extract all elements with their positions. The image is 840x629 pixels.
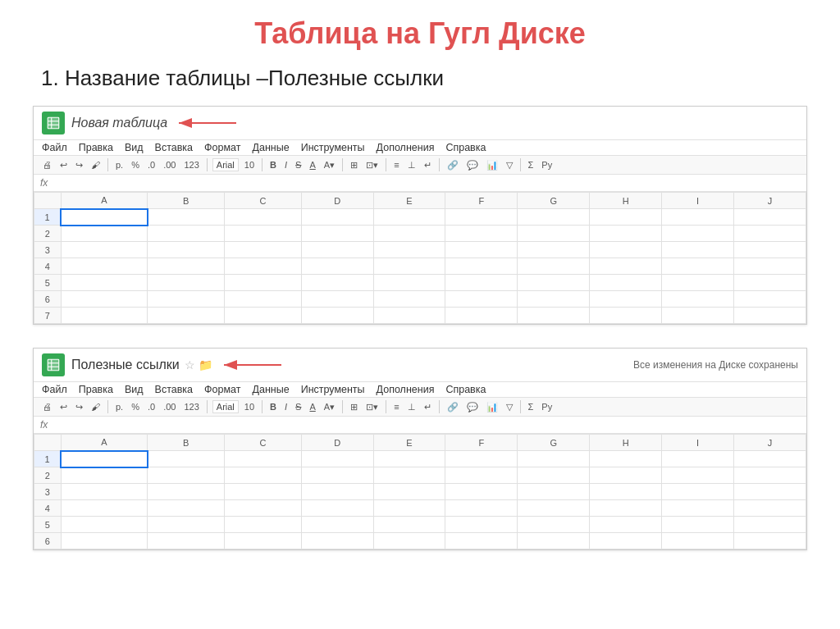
menu-help-1[interactable]: Справка xyxy=(445,142,486,153)
toolbar-print-1[interactable]: 🖨 xyxy=(40,159,54,171)
toolbar-sigma-1[interactable]: Σ xyxy=(526,159,536,171)
toolbar-percent-1[interactable]: % xyxy=(129,159,142,171)
cell-A6-2[interactable] xyxy=(61,533,147,549)
cell-B6-2[interactable] xyxy=(148,533,225,549)
col-header-I-2[interactable]: I xyxy=(662,435,734,451)
cell-E1-2[interactable] xyxy=(373,451,445,467)
toolbar-borders-2[interactable]: ⊞ xyxy=(348,401,360,413)
cell-B4-1[interactable] xyxy=(148,258,225,275)
cell-I2-2[interactable] xyxy=(662,467,734,484)
cell-E3-1[interactable] xyxy=(373,242,445,258)
cell-H5-1[interactable] xyxy=(590,275,662,291)
toolbar-bold-1[interactable]: B xyxy=(267,159,279,171)
cell-F2-1[interactable] xyxy=(445,226,518,242)
toolbar-align-2[interactable]: ≡ xyxy=(391,401,401,412)
cell-H5-2[interactable] xyxy=(590,517,662,533)
toolbar-chart-1[interactable]: 📊 xyxy=(484,159,500,171)
cell-B7-1[interactable] xyxy=(148,308,225,324)
cell-C7-1[interactable] xyxy=(224,308,301,324)
cell-D5-2[interactable] xyxy=(301,517,373,533)
menu-tools-2[interactable]: Инструменты xyxy=(301,384,365,395)
cell-H1-2[interactable] xyxy=(590,451,662,467)
cell-I1-2[interactable] xyxy=(662,451,734,467)
col-header-H-2[interactable]: H xyxy=(590,435,662,451)
cell-G5-1[interactable] xyxy=(518,275,590,291)
cell-J5-1[interactable] xyxy=(733,275,806,291)
cell-E6-2[interactable] xyxy=(373,533,445,549)
toolbar-align-1[interactable]: ≡ xyxy=(391,159,401,171)
toolbar-italic-1[interactable]: I xyxy=(282,159,290,171)
cell-C6-2[interactable] xyxy=(224,533,301,549)
cell-E4-2[interactable] xyxy=(373,500,445,517)
cell-E1-1[interactable] xyxy=(373,209,445,226)
cell-E6-1[interactable] xyxy=(373,291,445,308)
cell-F1-2[interactable] xyxy=(445,451,518,467)
col-header-F-1[interactable]: F xyxy=(445,193,518,209)
cell-D3-1[interactable] xyxy=(301,242,373,258)
menu-addons-1[interactable]: Дополнения xyxy=(377,142,435,153)
cell-E2-2[interactable] xyxy=(373,467,445,484)
toolbar-fontcolor-1[interactable]: A▾ xyxy=(322,159,337,171)
cell-A1-2[interactable] xyxy=(61,451,147,467)
toolbar-currency-1[interactable]: р. xyxy=(113,159,126,171)
toolbar-underline-1[interactable]: A xyxy=(307,159,317,171)
cell-J6-1[interactable] xyxy=(733,291,806,308)
col-header-H-1[interactable]: H xyxy=(590,193,662,209)
formula-input-1[interactable] xyxy=(52,177,800,189)
col-header-D-1[interactable]: D xyxy=(301,193,373,209)
cell-G4-1[interactable] xyxy=(518,258,590,275)
menu-edit-2[interactable]: Правка xyxy=(79,384,113,395)
menu-view-1[interactable]: Вид xyxy=(125,142,144,153)
cell-H1-1[interactable] xyxy=(590,209,662,226)
cell-I5-2[interactable] xyxy=(662,517,734,533)
cell-B4-2[interactable] xyxy=(148,500,225,517)
cell-J3-1[interactable] xyxy=(733,242,806,258)
menu-data-2[interactable]: Данные xyxy=(252,384,289,395)
cell-F6-2[interactable] xyxy=(445,533,518,549)
toolbar-undo-2[interactable]: ↩ xyxy=(57,401,70,413)
cell-F1-1[interactable] xyxy=(445,209,518,226)
toolbar-ру-2[interactable]: Ру xyxy=(539,401,555,412)
cell-G2-2[interactable] xyxy=(518,467,590,484)
toolbar-strike-2[interactable]: S xyxy=(293,401,304,412)
toolbar-dec0-2[interactable]: .0 xyxy=(145,401,158,412)
col-header-F-2[interactable]: F xyxy=(445,435,518,451)
cell-H3-2[interactable] xyxy=(590,484,662,500)
cell-F2-2[interactable] xyxy=(445,467,518,484)
cell-C5-2[interactable] xyxy=(224,517,301,533)
cell-E2-1[interactable] xyxy=(373,226,445,242)
cell-A4-2[interactable] xyxy=(61,500,147,517)
col-header-C-2[interactable]: C xyxy=(224,435,301,451)
cell-F4-2[interactable] xyxy=(445,500,518,517)
toolbar-bold-2[interactable]: B xyxy=(267,401,279,412)
cell-H2-1[interactable] xyxy=(590,226,662,242)
cell-C4-2[interactable] xyxy=(224,500,301,517)
cell-I2-1[interactable] xyxy=(662,226,734,242)
cell-I3-1[interactable] xyxy=(662,242,734,258)
cell-G6-1[interactable] xyxy=(518,291,590,308)
cell-F5-2[interactable] xyxy=(445,517,518,533)
toolbar-wrap-2[interactable]: ↵ xyxy=(422,401,434,413)
cell-J1-2[interactable] xyxy=(733,451,806,467)
toolbar-fontcolor-2[interactable]: A▾ xyxy=(322,401,337,413)
cell-D2-2[interactable] xyxy=(301,467,373,484)
cell-B6-1[interactable] xyxy=(148,291,225,308)
col-header-A-1[interactable]: A xyxy=(61,193,147,209)
cell-I6-2[interactable] xyxy=(662,533,734,549)
toolbar-sigma-2[interactable]: Σ xyxy=(526,401,536,412)
menu-view-2[interactable]: Вид xyxy=(125,384,144,395)
cell-E7-1[interactable] xyxy=(373,308,445,324)
toolbar-dec00-2[interactable]: .00 xyxy=(161,401,178,412)
star-icon-2[interactable]: ☆ xyxy=(185,358,195,371)
toolbar-undo-1[interactable]: ↩ xyxy=(57,159,70,171)
cell-G3-1[interactable] xyxy=(518,242,590,258)
cell-C5-1[interactable] xyxy=(224,275,301,291)
menu-file-2[interactable]: Файл xyxy=(42,384,67,395)
toolbar-font-2[interactable]: Arial xyxy=(212,400,239,413)
cell-C3-2[interactable] xyxy=(224,484,301,500)
toolbar-filter-1[interactable]: ▽ xyxy=(504,159,515,171)
cell-J6-2[interactable] xyxy=(733,533,806,549)
menu-format-1[interactable]: Формат xyxy=(204,142,240,153)
cell-A2-1[interactable] xyxy=(61,226,147,242)
cell-J4-1[interactable] xyxy=(733,258,806,275)
